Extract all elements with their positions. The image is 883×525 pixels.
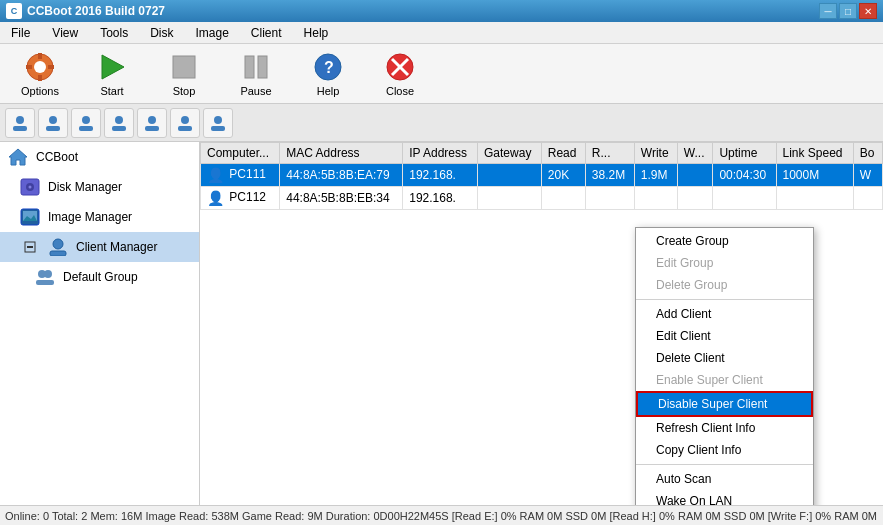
sidebar-item-ccboot[interactable]: CCBoot — [0, 142, 199, 172]
svg-rect-9 — [258, 56, 267, 78]
ctx-edit-client[interactable]: Edit Client — [636, 325, 813, 347]
pause-label: Pause — [240, 85, 271, 97]
svg-point-1 — [34, 61, 46, 73]
disk-icon — [20, 177, 40, 197]
cell-w — [677, 164, 713, 187]
ctx-delete-group[interactable]: Delete Group — [636, 274, 813, 296]
col-ip[interactable]: IP Address — [403, 143, 478, 164]
title-bar-left: C CCBoot 2016 Build 0727 — [6, 3, 165, 19]
col-w[interactable]: W... — [677, 143, 713, 164]
col-write[interactable]: Write — [634, 143, 677, 164]
toolbar2-btn-1[interactable] — [5, 108, 35, 138]
svg-point-17 — [49, 116, 57, 124]
cell-link-speed: 1000M — [776, 164, 853, 187]
sidebar: CCBoot Disk Manager Image Manager — [0, 142, 200, 505]
svg-rect-26 — [178, 126, 192, 131]
table-row[interactable]: 👤 PC111 44:8A:5B:8B:EA:79 192.168. 20K 3… — [201, 164, 883, 187]
pause-button[interactable]: Pause — [221, 47, 291, 101]
svg-rect-2 — [38, 53, 42, 59]
stop-button[interactable]: Stop — [149, 47, 219, 101]
content-area: Computer... MAC Address IP Address Gatew… — [200, 142, 883, 505]
sidebar-item-image-manager[interactable]: Image Manager — [0, 202, 199, 232]
cell-write: 1.9M — [634, 164, 677, 187]
cell-bo: W — [853, 164, 882, 187]
ctx-add-client[interactable]: Add Client — [636, 303, 813, 325]
cell-r: 38.2M — [585, 164, 634, 187]
stop-icon — [168, 51, 200, 83]
ctx-disable-super-client[interactable]: Disable Super Client — [636, 391, 813, 417]
toolbar2-btn-7[interactable] — [203, 108, 233, 138]
svg-rect-7 — [173, 56, 195, 78]
toolbar2-btn-6[interactable] — [170, 108, 200, 138]
cell-uptime — [713, 187, 776, 210]
ctx-delete-client[interactable]: Delete Client — [636, 347, 813, 369]
pc112-icon: 👤 — [207, 190, 223, 206]
svg-point-25 — [181, 116, 189, 124]
col-r[interactable]: R... — [585, 143, 634, 164]
minimize-button[interactable]: ─ — [819, 3, 837, 19]
menu-help[interactable]: Help — [298, 24, 335, 42]
ctx-enable-super-client[interactable]: Enable Super Client — [636, 369, 813, 391]
ctx-edit-group[interactable]: Edit Group — [636, 252, 813, 274]
disk-manager-label: Disk Manager — [48, 180, 122, 194]
window-controls: ─ □ ✕ — [819, 3, 877, 19]
title-bar: C CCBoot 2016 Build 0727 ─ □ ✕ — [0, 0, 883, 22]
svg-point-38 — [53, 239, 63, 249]
table-header-row: Computer... MAC Address IP Address Gatew… — [201, 143, 883, 164]
ctx-wake-on-lan[interactable]: Wake On LAN — [636, 490, 813, 505]
col-computer[interactable]: Computer... — [201, 143, 280, 164]
menu-file[interactable]: File — [5, 24, 36, 42]
secondary-toolbar — [0, 104, 883, 142]
svg-point-19 — [82, 116, 90, 124]
close-window-button[interactable]: ✕ — [859, 3, 877, 19]
start-icon — [96, 51, 128, 83]
ctx-refresh-client-info[interactable]: Refresh Client Info — [636, 417, 813, 439]
menu-disk[interactable]: Disk — [144, 24, 179, 42]
client-manager-minus-icon — [20, 237, 40, 257]
ctx-create-group[interactable]: Create Group — [636, 230, 813, 252]
svg-rect-20 — [79, 126, 93, 131]
help-label: Help — [317, 85, 340, 97]
menu-image[interactable]: Image — [190, 24, 235, 42]
cell-write — [634, 187, 677, 210]
close-toolbar-button[interactable]: Close — [365, 47, 435, 101]
ccboot-label: CCBoot — [36, 150, 78, 164]
svg-rect-16 — [13, 126, 27, 131]
main-toolbar: Options Start Stop Pause ? — [0, 44, 883, 104]
col-read[interactable]: Read — [541, 143, 585, 164]
ctx-copy-client-info[interactable]: Copy Client Info — [636, 439, 813, 461]
maximize-button[interactable]: □ — [839, 3, 857, 19]
cell-uptime: 00:04:30 — [713, 164, 776, 187]
sidebar-item-default-group[interactable]: Default Group — [0, 262, 199, 292]
toolbar2-btn-5[interactable] — [137, 108, 167, 138]
ctx-separator-1 — [636, 299, 813, 300]
svg-point-41 — [44, 270, 52, 278]
help-button[interactable]: ? Help — [293, 47, 363, 101]
col-gateway[interactable]: Gateway — [478, 143, 542, 164]
options-button[interactable]: Options — [5, 47, 75, 101]
col-bo[interactable]: Bo — [853, 143, 882, 164]
toolbar2-btn-2[interactable] — [38, 108, 68, 138]
table-row[interactable]: 👤 PC112 44:8A:5B:8B:EB:34 192.168. — [201, 187, 883, 210]
sidebar-item-disk-manager[interactable]: Disk Manager — [0, 172, 199, 202]
cell-w — [677, 187, 713, 210]
ctx-auto-scan[interactable]: Auto Scan — [636, 468, 813, 490]
menu-tools[interactable]: Tools — [94, 24, 134, 42]
ctx-separator-2 — [636, 464, 813, 465]
image-icon — [20, 207, 40, 227]
svg-point-32 — [29, 186, 32, 189]
toolbar2-btn-4[interactable] — [104, 108, 134, 138]
col-link-speed[interactable]: Link Speed — [776, 143, 853, 164]
menu-client[interactable]: Client — [245, 24, 288, 42]
sidebar-item-client-manager[interactable]: Client Manager — [0, 232, 199, 262]
menu-view[interactable]: View — [46, 24, 84, 42]
toolbar2-btn-3[interactable] — [71, 108, 101, 138]
col-mac[interactable]: MAC Address — [280, 143, 403, 164]
col-uptime[interactable]: Uptime — [713, 143, 776, 164]
client-table: Computer... MAC Address IP Address Gatew… — [200, 142, 883, 210]
svg-rect-28 — [211, 126, 225, 131]
svg-text:?: ? — [324, 59, 334, 76]
close-toolbar-label: Close — [386, 85, 414, 97]
start-button[interactable]: Start — [77, 47, 147, 101]
cell-ip: 192.168. — [403, 164, 478, 187]
